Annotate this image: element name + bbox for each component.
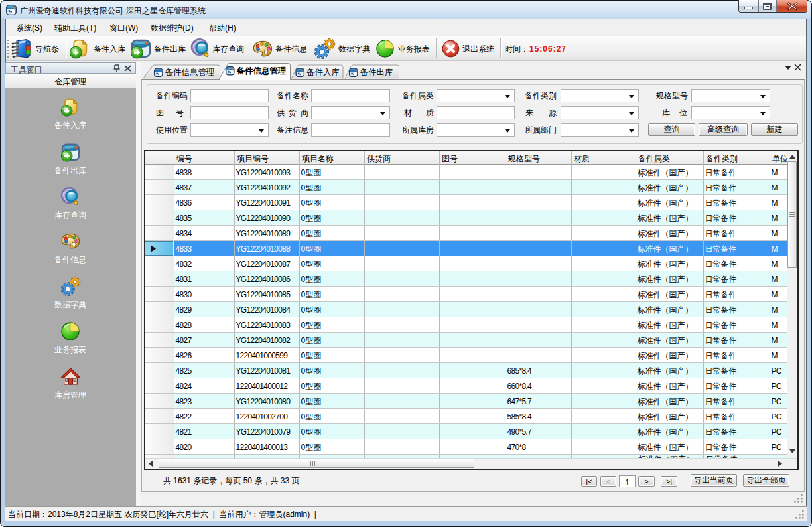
svg-text:备件入库: 备件入库 xyxy=(306,68,340,77)
svg-text:备件出库: 备件出库 xyxy=(360,68,394,77)
svg-text:备件信息管理: 备件信息管理 xyxy=(165,68,215,77)
svg-text:备件信息管理: 备件信息管理 xyxy=(236,66,287,76)
